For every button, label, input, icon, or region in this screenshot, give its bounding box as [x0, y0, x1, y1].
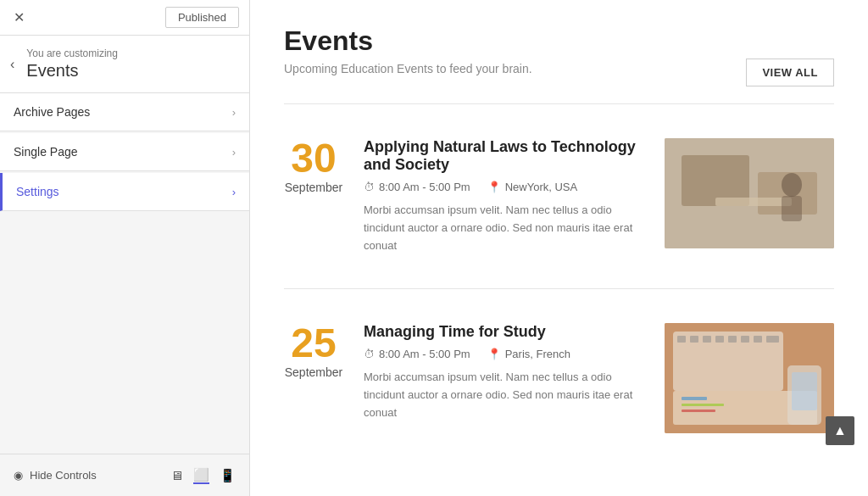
svg-rect-13 — [741, 336, 749, 343]
event-location-label-2: Paris, French — [505, 348, 570, 360]
svg-rect-5 — [782, 196, 802, 221]
tablet-icon[interactable]: ⬜ — [193, 467, 209, 484]
event-details-1: Applying Natural Laws to Technology and … — [364, 138, 644, 254]
event-title-2: Managing Time for Study — [364, 323, 644, 341]
device-switcher: 🖥 ⬜ 📱 — [170, 467, 236, 484]
event-date-block-1: 30 September — [284, 138, 343, 194]
hide-controls-label: Hide Controls — [30, 469, 97, 482]
event-month-2: September — [284, 365, 343, 379]
event-meta-1: ⏱ 8:00 Am - 5:00 Pm 📍 NewYork, USA — [364, 181, 644, 193]
close-button[interactable]: ✕ — [10, 6, 28, 29]
nav-item-archive-pages[interactable]: Archive Pages › — [0, 93, 249, 131]
event-image-2 — [665, 323, 834, 433]
event-day-2: 25 — [284, 323, 343, 364]
svg-rect-11 — [715, 336, 724, 343]
bottom-bar: ◉ Hide Controls 🖥 ⬜ 📱 — [0, 454, 249, 496]
chevron-right-icon-active: › — [232, 186, 236, 198]
event-desc-1: Morbi accumsan ipsum velit. Nam nec tell… — [364, 202, 644, 254]
event-date-block-2: 25 September — [284, 323, 343, 379]
published-button[interactable]: Published — [165, 7, 239, 28]
top-bar: ✕ Published — [0, 0, 249, 36]
event-location-1: 📍 NewYork, USA — [487, 181, 578, 193]
svg-rect-9 — [690, 336, 698, 343]
event-time-label-1: 8:00 Am - 5:00 Pm — [379, 181, 470, 193]
event-time-2: ⏱ 8:00 Am - 5:00 Pm — [364, 348, 470, 360]
location-icon-1: 📍 — [487, 181, 501, 193]
clock-icon-2: ⏱ — [364, 348, 375, 360]
svg-rect-21 — [792, 372, 817, 410]
hide-controls-button[interactable]: ◉ Hide Controls — [14, 469, 97, 482]
event-month-1: September — [284, 181, 343, 194]
chevron-right-icon: › — [232, 106, 236, 119]
nav-item-settings[interactable]: Settings › — [0, 173, 249, 211]
section-title-left: Events — [26, 61, 118, 81]
nav-items: Archive Pages › Single Page › Settings › — [0, 93, 249, 454]
divider-middle — [284, 288, 834, 289]
event-location-2: 📍 Paris, French — [487, 348, 570, 360]
scroll-to-top-button[interactable]: ▲ — [826, 416, 854, 445]
customizing-label: You are customizing — [26, 47, 118, 59]
event-details-2: Managing Time for Study ⏱ 8:00 Am - 5:00… — [364, 323, 644, 421]
svg-rect-17 — [682, 397, 707, 400]
svg-rect-12 — [728, 336, 737, 343]
event-desc-2: Morbi accumsan ipsum velit. Nam nec tell… — [364, 369, 644, 421]
page-main-title: Events — [284, 25, 834, 57]
back-arrow-icon[interactable]: ‹ — [10, 57, 14, 72]
svg-rect-3 — [715, 198, 792, 206]
breadcrumb-area: ‹ You are customizing Events — [0, 36, 249, 93]
mobile-icon[interactable]: 📱 — [220, 468, 236, 483]
location-icon-2: 📍 — [487, 348, 501, 360]
event-card-1: 30 September Applying Natural Laws to Te… — [284, 121, 834, 271]
event-image-1 — [665, 138, 834, 248]
event-card-2: 25 September Managing Time for Study ⏱ 8… — [284, 306, 834, 450]
event-meta-2: ⏱ 8:00 Am - 5:00 Pm 📍 Paris, French — [364, 348, 644, 360]
svg-rect-8 — [677, 336, 686, 343]
svg-rect-14 — [754, 336, 762, 343]
nav-item-archive-label: Archive Pages — [14, 105, 90, 119]
left-panel: ✕ Published ‹ You are customizing Events… — [0, 0, 250, 496]
chevron-right-icon: › — [232, 146, 236, 159]
right-panel: Events Upcoming Education Events to feed… — [250, 0, 868, 496]
view-all-button[interactable]: VIEW ALL — [746, 59, 834, 86]
nav-item-settings-label: Settings — [16, 185, 59, 198]
event-day-1: 30 — [284, 138, 343, 179]
svg-rect-10 — [703, 336, 711, 343]
clock-icon-1: ⏱ — [364, 181, 375, 193]
event-time-1: ⏱ 8:00 Am - 5:00 Pm — [364, 181, 470, 193]
svg-rect-15 — [766, 336, 779, 343]
desktop-icon[interactable]: 🖥 — [170, 468, 183, 482]
eye-icon: ◉ — [14, 469, 23, 482]
nav-item-single-page[interactable]: Single Page › — [0, 133, 249, 171]
svg-point-4 — [782, 173, 802, 197]
event-location-label-1: NewYork, USA — [505, 181, 578, 193]
event-title-1: Applying Natural Laws to Technology and … — [364, 138, 644, 174]
svg-rect-19 — [682, 410, 715, 412]
svg-rect-18 — [682, 404, 724, 406]
divider-top — [284, 103, 834, 104]
nav-item-single-label: Single Page — [14, 145, 78, 159]
event-time-label-2: 8:00 Am - 5:00 Pm — [379, 348, 470, 360]
